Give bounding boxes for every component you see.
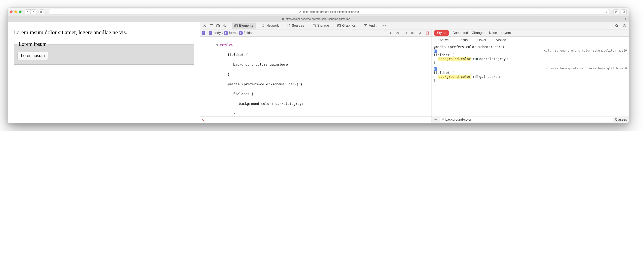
svg-point-23 [615,24,618,27]
style-rules[interactable]: @media (prefers-color-scheme: dark) {} c… [432,43,629,116]
rule-media-dark: @media (prefers-color-scheme: dark) {} c… [434,45,627,65]
console-prompt[interactable]: > [200,116,432,123]
address-bar[interactable]: color-scheme-prefers-color-scheme.glitch… [49,9,609,15]
tab-sources[interactable]: Sources [284,23,307,29]
close-icon[interactable] [202,23,207,28]
filter-input[interactable]: background-color [440,117,613,122]
device-icon[interactable] [403,31,408,36]
svg-point-21 [338,25,339,26]
styles-panel: Styles Computed Changes Node Layers Acti… [432,30,629,123]
svg-rect-36 [428,32,429,34]
devtools-toolbar: Elements Network Sources Storage Graphic… [200,22,629,30]
styles-footer: background-color Classes [432,116,629,123]
favicon-icon [282,18,284,20]
tab-label: Sources [292,24,304,28]
tab-storage[interactable]: Storage [310,23,332,29]
svg-rect-34 [413,33,414,34]
page-paragraph: Lorem ipsum dolor sit amet, legere ancil… [13,29,194,36]
dom-tree[interactable]: ▼<style> fieldset { background-color: ga… [200,37,432,116]
print-icon[interactable] [395,31,400,36]
toggle-visited[interactable]: Visited [492,38,506,42]
svg-rect-31 [412,32,412,33]
tab-styles[interactable]: Styles [434,30,449,36]
crumb-form[interactable]: Eform [224,31,236,35]
browser-tab[interactable]: https://color-scheme-prefers-color-schem… [10,17,622,21]
reload-icon[interactable] [605,10,608,13]
filter-icon [442,118,444,121]
source-link[interactable]: color-scheme-prefers-color-scheme.glitch… [544,49,627,52]
tab-computed[interactable]: Computed [452,31,468,35]
browser-window: color-scheme-prefers-color-scheme.glitch… [8,8,629,123]
page-fieldset: Lorem ipsum Lorem ipsum [14,41,194,65]
gear-icon[interactable] [622,23,627,28]
styles-tabs: Styles Computed Changes Node Layers [432,30,629,37]
lock-icon [299,11,302,13]
svg-rect-26 [389,32,392,34]
minimize-window-button[interactable] [14,11,17,13]
crumb-body[interactable]: Ebody [209,31,221,35]
new-rule-button[interactable] [434,117,438,122]
color-swatch-icon[interactable] [476,75,478,78]
tab-label: Audit [369,24,376,28]
svg-rect-27 [397,33,398,34]
overflow-icon[interactable] [382,23,387,28]
tab-elements[interactable]: Elements [232,23,256,29]
elements-panel: E › Ebody › Eform › Efieldset [200,30,432,123]
share-button[interactable] [614,9,619,14]
tab-label: Network [266,24,279,28]
close-window-button[interactable] [10,11,12,13]
page-viewport: Lorem ipsum dolor sit amet, legere ancil… [8,22,200,123]
search-icon[interactable] [614,23,619,28]
toggle-sidebar-icon[interactable] [425,31,430,36]
back-button[interactable] [25,9,30,14]
tab-audit[interactable]: Audit [361,23,379,29]
inspect-target-icon[interactable] [222,23,227,28]
svg-point-19 [313,24,316,25]
tab-network[interactable]: Network [259,23,282,29]
svg-rect-6 [210,24,213,27]
color-swatch-icon[interactable] [476,58,478,60]
svg-rect-16 [234,25,238,27]
crumb-fieldset[interactable]: Efieldset [239,31,254,35]
grid-icon[interactable] [410,31,415,36]
svg-rect-29 [404,32,406,34]
classes-button[interactable]: Classes [615,118,627,121]
svg-rect-33 [412,33,412,34]
tab-node[interactable]: Node [489,31,497,35]
ruler-icon[interactable] [388,31,392,36]
forward-button[interactable] [30,9,36,14]
devtools: Elements Network Sources Storage Graphic… [200,22,629,123]
toggle-focus[interactable]: Focus [454,38,468,42]
toggle-hover[interactable]: Hover [473,38,486,42]
dock-side-icon[interactable] [216,23,220,28]
svg-point-25 [624,25,625,26]
svg-rect-4 [623,11,624,13]
pseudo-class-toggles: Active Focus Hover Visited [432,37,629,43]
dock-bottom-icon[interactable] [209,23,214,28]
stylesheet-icon: {} [434,67,437,71]
svg-point-11 [224,25,225,26]
svg-rect-0 [40,11,43,13]
traffic-lights [10,11,22,13]
svg-rect-5 [623,11,625,12]
tab-changes[interactable]: Changes [472,31,485,35]
crumb-root[interactable]: E [202,31,205,35]
sidebar-toggle-button[interactable] [39,9,45,14]
tab-label: Graphics [342,24,356,28]
element-badge-icon: E [202,31,205,35]
svg-rect-32 [413,32,414,33]
page-button[interactable]: Lorem ipsum [18,52,48,60]
source-link[interactable]: color-scheme-prefers-color-scheme.glitch… [546,67,627,70]
toggle-active[interactable]: Active [435,38,449,42]
stylesheet-icon: {} [434,50,437,53]
tabs-overview-button[interactable] [621,9,626,14]
window-titlebar: color-scheme-prefers-color-scheme.glitch… [8,8,629,16]
tab-graphics[interactable]: Graphics [335,23,358,29]
paint-icon[interactable] [418,31,422,36]
tab-label: Storage [317,24,329,28]
zoom-window-button[interactable] [19,11,22,13]
new-tab-button[interactable]: ＋ [622,17,629,21]
tab-layers[interactable]: Layers [501,31,511,35]
rule-fieldset: {} color-scheme-prefers-color-scheme.gli… [434,67,627,83]
svg-rect-9 [219,25,220,27]
